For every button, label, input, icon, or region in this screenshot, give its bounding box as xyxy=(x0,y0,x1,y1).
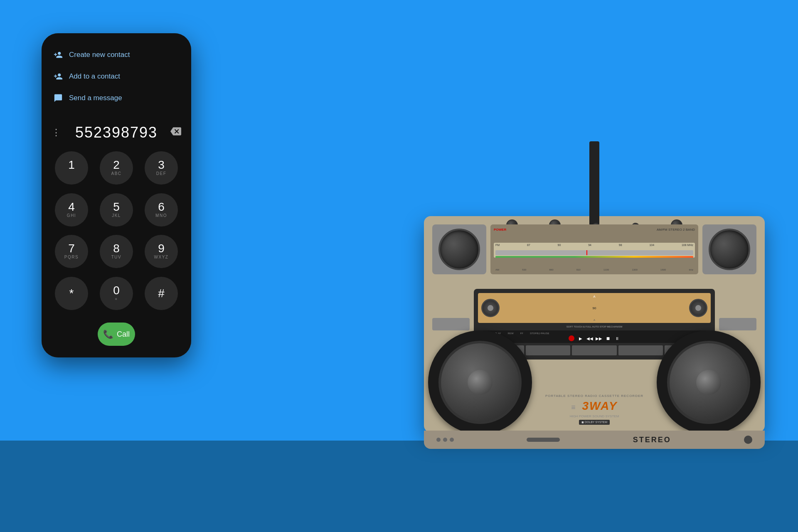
speaker-left-center xyxy=(468,370,493,395)
overflow-menu-icon[interactable]: ⋮ xyxy=(52,127,61,138)
boombox-bar: STEREO xyxy=(424,431,765,449)
phone-number-area: ⋮ 552398793 xyxy=(42,111,191,145)
create-contact-label: Create new contact xyxy=(69,51,130,59)
pause-button[interactable]: ⏸ xyxy=(614,335,620,341)
brand-sub: HIGH POWER SOUND SYSTEM xyxy=(570,414,619,418)
key-2[interactable]: 2 ABC xyxy=(100,151,133,185)
phone-number-display: 552398793 xyxy=(75,124,158,141)
transport-buttons: ▶ ◀◀ ▶▶ ■ ⏸ xyxy=(481,335,707,341)
key-0[interactable]: 0 + xyxy=(100,277,133,310)
backspace-button[interactable] xyxy=(170,126,181,139)
transport-controls: RECPLAYREWFFSTOP/EJ·PAUSE ▶ ◀◀ ▶▶ ■ ⏸ xyxy=(478,330,711,343)
send-message-label: Send a message xyxy=(69,94,122,102)
brand-3way: ≡ 3WAY xyxy=(571,399,618,413)
slot-left xyxy=(432,318,470,330)
rew-button[interactable]: ◀◀ xyxy=(587,335,593,341)
am-scale: AM530660910110013001600kHz xyxy=(494,268,695,271)
key-4[interactable]: 4 GHI xyxy=(55,193,88,227)
power-label: POWER xyxy=(494,228,506,232)
piano-key-3[interactable] xyxy=(572,345,616,355)
piano-key-4[interactable] xyxy=(618,345,663,355)
phone-menu: Create new contact Add to a contact xyxy=(42,33,191,111)
send-message-item[interactable]: Send a message xyxy=(50,89,183,107)
key-7[interactable]: 7 PQRS xyxy=(55,235,88,268)
antenna xyxy=(589,141,599,224)
speaker-big-left xyxy=(428,330,532,434)
call-label: Call xyxy=(117,330,130,339)
key-8[interactable]: 8 TUV xyxy=(100,235,133,268)
bar-dot-1 xyxy=(436,438,441,442)
tape-label: A xyxy=(593,295,595,298)
cassette-tape: A 90 A xyxy=(478,293,711,323)
phone-body: Create new contact Add to a contact xyxy=(42,33,191,357)
play-button[interactable]: ▶ xyxy=(578,335,584,341)
keypad: 1 2 ABC 3 DEF 4 GHI 5 JKL xyxy=(42,145,191,316)
soft-touch-label: SOFT TOUCH & FULL AUTO STOP MECHANISM xyxy=(478,325,711,328)
slot-right xyxy=(719,318,756,330)
speaker-right-inner xyxy=(667,341,750,424)
key-hash[interactable]: # xyxy=(145,277,178,310)
key-star[interactable]: * xyxy=(55,277,88,310)
message-icon xyxy=(53,93,63,103)
call-button[interactable]: 📞 Call xyxy=(98,323,135,346)
boombox-body: POWER AM/FM STEREO 2 BAND FM879094981041… xyxy=(424,216,765,432)
bar-dot-3 xyxy=(450,438,454,442)
rec-button[interactable] xyxy=(569,335,574,341)
phone-call-icon: 📞 xyxy=(103,329,113,339)
volume-slider[interactable] xyxy=(527,438,560,442)
boombox-center-bottom: PORTABLE STEREO RADIO CASSETTE RECORDER … xyxy=(536,370,653,428)
phone-screen: Create new contact Add to a contact xyxy=(42,33,191,357)
ff-button[interactable]: ▶▶ xyxy=(596,335,602,341)
tape-reel-left xyxy=(481,299,500,317)
band-label: AM/FM STEREO 2 BAND xyxy=(657,228,695,232)
piano-key-2[interactable] xyxy=(526,345,570,355)
speaker-right-center xyxy=(696,370,721,395)
tape-reel-right xyxy=(689,299,707,317)
person-add-2-icon xyxy=(53,71,63,81)
boombox-container: POWER AM/FM STEREO 2 BAND FM879094981041… xyxy=(424,216,765,457)
radio-display: POWER AM/FM STEREO 2 BAND FM879094981041… xyxy=(490,224,698,274)
call-area: 📞 Call xyxy=(42,316,191,357)
dolby-badge: ◼ DOLBY SYSTEM xyxy=(579,420,610,425)
key-5[interactable]: 5 JKL xyxy=(100,193,133,227)
bar-dots xyxy=(436,438,454,442)
stereo-label: STEREO xyxy=(633,436,671,444)
transport-labels: RECPLAYREWFFSTOP/EJ·PAUSE xyxy=(481,332,707,335)
freq-scale-fm: FM87909498104108 MHz xyxy=(494,243,695,258)
add-to-contact-label: Add to a contact xyxy=(69,72,120,81)
speaker-top-left-cone xyxy=(438,229,480,270)
stop-button[interactable]: ■ xyxy=(605,335,611,341)
speaker-top-left xyxy=(432,224,486,274)
bar-dot-2 xyxy=(443,438,447,442)
create-contact-item[interactable]: Create new contact xyxy=(50,46,183,64)
boombox-top: POWER AM/FM STEREO 2 BAND FM879094981041… xyxy=(424,216,765,283)
key-9[interactable]: 9 WXYZ xyxy=(145,235,178,268)
key-6[interactable]: 6 MNO xyxy=(145,193,178,227)
speaker-top-right xyxy=(702,224,756,274)
speaker-top-right-cone xyxy=(709,229,750,270)
person-add-icon xyxy=(53,50,63,60)
bar-circle xyxy=(744,436,752,444)
key-3[interactable]: 3 DEF xyxy=(145,151,178,185)
speaker-left-inner xyxy=(438,341,522,424)
key-1[interactable]: 1 xyxy=(55,151,88,185)
add-to-contact-item[interactable]: Add to a contact xyxy=(50,67,183,86)
speaker-big-right xyxy=(657,330,761,434)
portable-label: PORTABLE STEREO RADIO CASSETTE RECORDER xyxy=(545,394,643,398)
radio-top-row: POWER AM/FM STEREO 2 BAND xyxy=(494,228,695,232)
phone-container: Create new contact Add to a contact xyxy=(42,33,191,357)
boombox-bottom: PORTABLE STEREO RADIO CASSETTE RECORDER … xyxy=(424,366,765,432)
